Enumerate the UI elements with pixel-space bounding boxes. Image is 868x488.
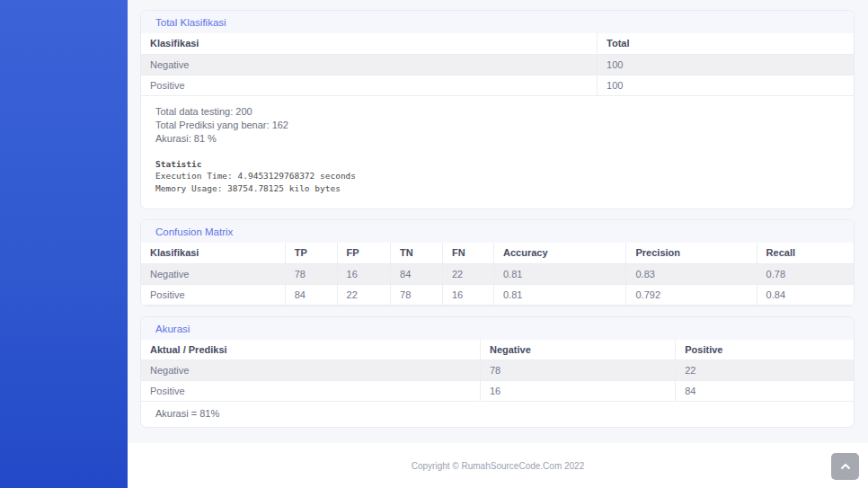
card-title: Akurasi — [141, 317, 854, 340]
chevron-up-icon — [840, 463, 851, 470]
summary-line: Total data testing: 200 — [155, 105, 839, 119]
table-cell: 84 — [676, 381, 854, 402]
memory-usage: Memory Usage: 38754.78125 kilo bytes — [155, 182, 839, 195]
summary-block: Total data testing: 200 Total Prediksi y… — [141, 96, 854, 209]
table-cell: 0.81 — [494, 284, 626, 305]
table-header-row: Klasifikasi TP FP TN FN Accuracy Precisi… — [141, 243, 854, 263]
table-cell: 22 — [442, 263, 493, 284]
card-title: Confusion Matrix — [141, 220, 854, 243]
table-cell: Negative — [141, 263, 285, 284]
footer: Copyright © RumahSourceCode.Com 2022 — [128, 443, 868, 488]
content-area: Total Klasifikasi Klasifikasi Total Nega… — [128, 0, 868, 443]
table-row: Negative 78 22 — [141, 360, 854, 381]
confusion-matrix-table: Klasifikasi TP FP TN FN Accuracy Precisi… — [141, 243, 854, 306]
column-header: TN — [391, 243, 443, 263]
total-klasifikasi-table: Klasifikasi Total Negative 100 Positive … — [141, 33, 854, 96]
card-confusion-matrix: Confusion Matrix Klasifikasi TP FP TN — [140, 219, 855, 306]
table-cell: Negative — [141, 360, 480, 381]
main-area: Total Klasifikasi Klasifikasi Total Nega… — [128, 0, 868, 488]
statistic-title: Statistic — [155, 158, 839, 171]
execution-time: Execution Time: 4.9453129768372 seconds — [155, 170, 839, 182]
table-header-row: Aktual / Prediksi Negative Positive — [141, 340, 854, 360]
app-window: Total Klasifikasi Klasifikasi Total Nega… — [0, 0, 868, 488]
table-cell: 16 — [480, 381, 675, 402]
column-header: Positive — [676, 340, 854, 360]
table-cell: 16 — [337, 263, 390, 284]
column-header: FP — [337, 243, 390, 263]
table-cell: 0.83 — [626, 263, 757, 284]
table-cell: Positive — [141, 284, 285, 305]
statistic-block: Statistic Execution Time: 4.945312976837… — [155, 158, 839, 195]
table-cell: 0.78 — [757, 263, 854, 284]
table-cell: 78 — [285, 263, 337, 284]
column-header: Klasifikasi — [141, 33, 598, 54]
card-title: Total Klasifikasi — [141, 11, 854, 33]
column-header: Total — [598, 33, 854, 54]
copyright-text: Copyright © RumahSourceCode.Com 2022 — [412, 461, 584, 471]
akurasi-note: Akurasi = 81% — [141, 402, 854, 427]
table-cell: 78 — [391, 284, 443, 305]
summary-line: Total Prediksi yang benar: 162 — [155, 119, 839, 132]
table-cell: Negative — [141, 54, 598, 75]
table-cell: 100 — [598, 54, 854, 75]
table-cell: 0.84 — [757, 284, 854, 305]
column-header: Klasifikasi — [141, 243, 285, 263]
table-cell: 22 — [337, 284, 390, 305]
table-cell: Positive — [141, 381, 480, 402]
table-cell: 100 — [598, 75, 854, 95]
column-header: TP — [285, 243, 337, 263]
scroll-to-top-button[interactable] — [831, 453, 859, 480]
table-cell: 84 — [391, 263, 443, 284]
column-header: Recall — [757, 243, 854, 263]
column-header: Aktual / Prediksi — [141, 340, 480, 360]
card-total-klasifikasi: Total Klasifikasi Klasifikasi Total Nega… — [140, 10, 855, 209]
card-akurasi: Akurasi Aktual / Prediksi Negative Posit… — [140, 316, 855, 429]
table-row: Positive 84 22 78 16 0.81 0.792 0.84 — [141, 284, 854, 305]
sidebar — [0, 0, 128, 488]
table-cell: 78 — [480, 360, 675, 381]
column-header: FN — [442, 243, 493, 263]
table-row: Negative 100 — [141, 54, 854, 75]
column-header: Accuracy — [494, 243, 626, 263]
column-header: Precision — [626, 243, 757, 263]
summary-line: Akurasi: 81 % — [155, 132, 839, 146]
akurasi-table: Aktual / Prediksi Negative Positive Nega… — [141, 340, 854, 403]
table-cell: 84 — [285, 284, 337, 305]
column-header: Negative — [480, 340, 675, 360]
table-row: Negative 78 16 84 22 0.81 0.83 0.78 — [141, 263, 854, 284]
table-cell: 16 — [442, 284, 493, 305]
table-header-row: Klasifikasi Total — [141, 33, 854, 54]
table-cell: 0.792 — [626, 284, 757, 305]
table-row: Positive 100 — [141, 75, 854, 95]
table-row: Positive 16 84 — [141, 381, 854, 402]
table-cell: 22 — [676, 360, 854, 381]
table-cell: 0.81 — [494, 263, 626, 284]
table-cell: Positive — [141, 75, 598, 95]
